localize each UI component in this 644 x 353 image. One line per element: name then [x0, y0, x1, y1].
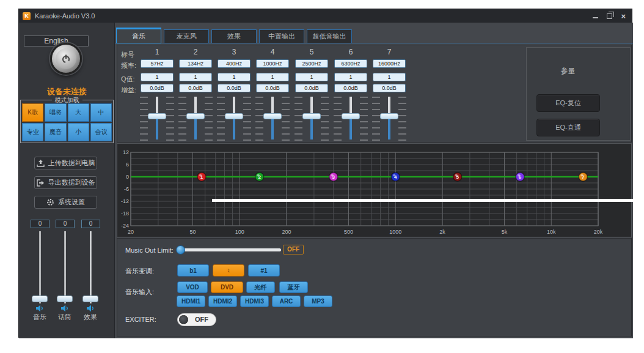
eq-freq-field[interactable]: 57Hz — [141, 59, 174, 68]
input-button-光纤[interactable]: 光纤 — [246, 281, 275, 293]
pitch-button-2[interactable]: ♮ — [213, 264, 244, 277]
music-out-limit-slider[interactable] — [177, 248, 281, 251]
eq-q-field[interactable]: 1 — [334, 73, 367, 81]
mode-button-8[interactable]: 会议 — [90, 123, 112, 141]
eq-gain-slider[interactable] — [216, 97, 252, 141]
tab-1[interactable]: 音乐 — [116, 28, 161, 43]
input-button-dvd[interactable]: DVD — [211, 281, 243, 293]
action-button-2[interactable]: 导出数据到设备 — [34, 176, 97, 189]
eq-freq-field[interactable]: 2500Hz — [295, 59, 328, 68]
mode-button-1[interactable]: K歌 — [22, 103, 43, 122]
eq-gain-slider[interactable] — [293, 97, 330, 141]
eq-q-field[interactable]: 1 — [295, 73, 328, 81]
eq-gain-slider[interactable] — [254, 97, 291, 141]
eq-gain-slider[interactable] — [177, 97, 214, 141]
eq-freq-field[interactable]: 16000Hz — [373, 59, 406, 68]
slider-ticks-left — [255, 97, 263, 141]
input-button-mp3[interactable]: MP3 — [304, 295, 332, 307]
tab-2[interactable]: 麦克风 — [164, 29, 209, 43]
speaker-icon[interactable] — [60, 303, 69, 311]
speaker-icon[interactable] — [35, 303, 44, 311]
eq-gain-field[interactable]: 0.0dB — [334, 84, 367, 92]
eq-bypass-button[interactable]: EQ-直通 — [536, 119, 600, 136]
eq-slider-handle[interactable] — [186, 113, 205, 119]
music-out-limit-value: OFF — [283, 245, 304, 255]
fader-track[interactable] — [90, 231, 92, 303]
power-knob-icon[interactable] — [50, 43, 82, 75]
mode-button-2[interactable]: 唱将 — [45, 103, 66, 122]
eq-q-field[interactable]: 1 — [218, 73, 251, 81]
eq-graph-panel[interactable]: 205010020050010002k5k10k20k1260-6-12-18-… — [117, 143, 632, 237]
eq-slider-handle[interactable] — [380, 113, 398, 119]
eq-reset-button[interactable]: EQ-复位 — [536, 94, 600, 112]
input-button-arc[interactable]: ARC — [272, 295, 301, 307]
eq-q-field[interactable]: 1 — [179, 73, 212, 81]
mode-button-7[interactable]: 小 — [68, 123, 89, 141]
mode-button-6[interactable]: 魔音 — [45, 123, 66, 141]
x-tick-label: 20 — [128, 229, 134, 235]
fader-handle[interactable] — [32, 295, 48, 302]
x-tick-label: 500 — [344, 229, 353, 235]
input-button-hdmi3[interactable]: HDMI3 — [240, 295, 269, 307]
fader-handle[interactable] — [57, 295, 73, 302]
eq-gain-field[interactable]: 0.0dB — [256, 84, 289, 92]
eq-slider-handle[interactable] — [302, 113, 321, 119]
maximize-icon[interactable] — [607, 13, 612, 19]
mode-button-3[interactable]: 大 — [68, 103, 89, 122]
action-button-1[interactable]: 上传数据到电脑 — [34, 157, 97, 169]
eq-slider-handle[interactable] — [225, 113, 243, 119]
eq-q-field[interactable]: 1 — [373, 73, 406, 81]
upload-icon — [37, 160, 45, 167]
y-tick-label: -12 — [121, 198, 129, 204]
eq-gain-field[interactable]: 0.0dB — [295, 84, 328, 92]
close-icon[interactable]: × — [621, 12, 626, 20]
eq-gain-slider[interactable] — [139, 97, 175, 141]
tab-5[interactable]: 超低音输出 — [307, 29, 352, 43]
eq-freq-field[interactable]: 400Hz — [218, 59, 251, 68]
input-button-hdmi2[interactable]: HDMI2 — [208, 295, 237, 307]
input-button-vod[interactable]: VOD — [177, 281, 208, 293]
exciter-toggle-knob[interactable] — [179, 315, 188, 324]
pitch-button-3[interactable]: #1 — [248, 264, 280, 277]
input-button-hdmi1[interactable]: HDMI1 — [177, 295, 205, 307]
eq-gain-field[interactable]: 0.0dB — [373, 84, 406, 92]
input-button-蓝牙[interactable]: 蓝牙 — [279, 281, 308, 293]
minimize-icon[interactable] — [593, 13, 598, 18]
eq-slider-handle[interactable] — [148, 113, 166, 119]
eq-gain-field[interactable]: 0.0dB — [141, 84, 174, 92]
x-tick-label: 20k — [594, 229, 603, 235]
fader-value-box[interactable]: 0 — [81, 220, 100, 228]
eq-gain-field[interactable]: 0.0dB — [218, 84, 251, 92]
mode-button-4[interactable]: 中 — [90, 103, 112, 122]
eq-gain-slider[interactable] — [371, 97, 408, 141]
eq-freq-field[interactable]: 6300Hz — [334, 59, 367, 68]
tab-4[interactable]: 中置输出 — [259, 29, 304, 43]
eq-slider-handle[interactable] — [263, 113, 282, 119]
speaker-icon[interactable] — [86, 303, 95, 311]
fader-track[interactable] — [39, 231, 41, 303]
tab-3[interactable]: 效果 — [211, 29, 257, 43]
fader-track[interactable] — [64, 231, 66, 303]
eq-freq-field[interactable]: 134Hz — [179, 59, 212, 68]
eq-freq-field[interactable]: 1000Hz — [256, 59, 289, 68]
fader-value-box[interactable]: 0 — [31, 220, 49, 228]
eq-q-field[interactable]: 1 — [141, 73, 174, 81]
y-tick-label: 0 — [126, 174, 129, 180]
exciter-toggle[interactable]: OFF — [177, 313, 216, 326]
fader-handle[interactable] — [82, 295, 98, 302]
fader-value-box[interactable]: 0 — [56, 220, 75, 228]
action-button-label: 导出数据到设备 — [48, 178, 95, 187]
eq-gain-slider[interactable] — [332, 97, 369, 141]
eq-q-field[interactable]: 1 — [256, 73, 289, 81]
eq-channel-number: 4 — [254, 48, 291, 56]
eq-response-chart[interactable]: 205010020050010002k5k10k20k1260-6-12-18-… — [117, 144, 631, 237]
music-out-limit-handle[interactable] — [176, 245, 185, 255]
language-button[interactable]: English — [24, 35, 89, 46]
pitch-button-1[interactable]: b1 — [177, 264, 209, 277]
mode-button-5[interactable]: 专业 — [22, 123, 43, 141]
eq-gain-field[interactable]: 0.0dB — [179, 84, 212, 92]
eq-slider-handle[interactable] — [342, 113, 360, 119]
action-button-3[interactable]: 系统设置 — [34, 196, 97, 209]
titlebar[interactable]: K Karaoke-Audio V3.0 × — [19, 9, 632, 23]
slider-ticks-right — [243, 97, 251, 141]
